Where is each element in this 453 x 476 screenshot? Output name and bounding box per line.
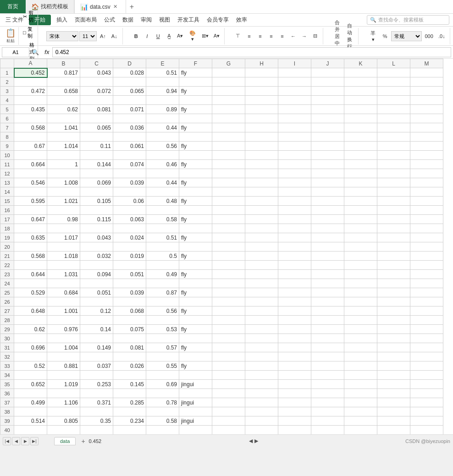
empty-cell[interactable] [377,252,410,261]
empty-cell[interactable] [410,206,443,215]
empty-cell[interactable] [377,270,410,279]
cell-d13[interactable]: 0.039 [113,178,146,187]
align-top-button[interactable]: ⊤ [233,31,243,41]
empty-cell[interactable] [344,426,377,435]
col-header-k[interactable]: K [344,59,377,68]
empty-cell[interactable] [410,297,443,306]
empty-cell[interactable] [344,123,377,132]
cell-c38[interactable] [80,407,113,416]
cell-d2[interactable] [113,77,146,87]
empty-cell[interactable] [344,96,377,105]
empty-cell[interactable] [344,160,377,169]
cell-a33[interactable]: 0.52 [14,361,47,371]
cell-f31[interactable]: fly [179,343,212,352]
cell-c5[interactable]: 0.081 [80,105,113,114]
cell-reference-input[interactable] [2,47,29,57]
sheep-button[interactable]: 羊▾ [367,31,379,41]
cell-f27[interactable]: fly [179,306,212,316]
cell-d27[interactable]: 0.068 [113,306,146,316]
cell-a39[interactable]: 0.514 [14,416,47,426]
empty-cell[interactable] [410,380,443,389]
empty-cell[interactable] [245,151,278,160]
cell-b35[interactable]: 1.019 [47,380,80,389]
sheet-first-button[interactable]: |◀ [3,437,11,445]
cell-e28[interactable] [146,316,179,325]
empty-cell[interactable] [311,197,344,206]
cell-d11[interactable]: 0.074 [113,160,146,169]
empty-cell[interactable] [344,224,377,233]
empty-cell[interactable] [377,197,410,206]
bold-button[interactable]: B [131,31,141,41]
cell-b25[interactable]: 0.684 [47,288,80,297]
cell-f1[interactable]: fly [179,68,212,77]
empty-cell[interactable] [212,160,245,169]
cell-a2[interactable] [14,77,47,87]
empty-cell[interactable] [410,96,443,105]
empty-cell[interactable] [212,306,245,316]
empty-cell[interactable] [377,306,410,316]
col-header-f[interactable]: F [179,59,212,68]
cell-c14[interactable] [80,187,113,197]
font-color-button[interactable]: A▾ [175,31,185,41]
empty-cell[interactable] [410,187,443,197]
empty-cell[interactable] [245,197,278,206]
align-fill-button[interactable]: ⊟ [310,31,320,41]
cell-b3[interactable]: 0.658 [47,87,80,96]
empty-cell[interactable] [377,352,410,361]
scroll-right-button[interactable]: ▶ [254,438,258,444]
empty-cell[interactable] [410,416,443,426]
empty-cell[interactable] [212,96,245,105]
empty-cell[interactable] [344,252,377,261]
indent-decrease-button[interactable]: ← [288,31,298,41]
empty-cell[interactable] [278,169,311,178]
menu-view[interactable]: 视图 [155,14,174,26]
empty-cell[interactable] [344,187,377,197]
cell-e18[interactable] [146,224,179,233]
cell-e37[interactable]: 0.78 [146,398,179,407]
indent-increase-button[interactable]: → [299,31,309,41]
cell-b39[interactable]: 0.805 [47,416,80,426]
empty-cell[interactable] [377,334,410,343]
cell-b34[interactable] [47,371,80,380]
cell-d7[interactable]: 0.036 [113,123,146,132]
cell-c34[interactable] [80,371,113,380]
cell-b21[interactable]: 1.018 [47,252,80,261]
cell-e38[interactable] [146,407,179,416]
cell-f8[interactable] [179,132,212,142]
cell-f19[interactable]: fly [179,233,212,242]
empty-cell[interactable] [377,288,410,297]
empty-cell[interactable] [245,123,278,132]
col-header-g[interactable]: G [212,59,245,68]
empty-cell[interactable] [410,316,443,325]
cell-c30[interactable] [80,334,113,343]
empty-cell[interactable] [344,416,377,426]
cell-f3[interactable]: fly [179,87,212,96]
cell-b29[interactable]: 0.976 [47,325,80,334]
cell-f20[interactable] [179,242,212,252]
empty-cell[interactable] [245,416,278,426]
empty-cell[interactable] [278,343,311,352]
empty-cell[interactable] [377,407,410,416]
cell-d16[interactable] [113,206,146,215]
cell-f38[interactable] [179,407,212,416]
cell-a25[interactable]: 0.529 [14,288,47,297]
empty-cell[interactable] [311,352,344,361]
empty-cell[interactable] [311,151,344,160]
empty-cell[interactable] [410,87,443,96]
cell-c11[interactable]: 0.144 [80,160,113,169]
empty-cell[interactable] [278,242,311,252]
empty-cell[interactable] [278,197,311,206]
empty-cell[interactable] [245,352,278,361]
cell-a35[interactable]: 0.652 [14,380,47,389]
empty-cell[interactable] [311,270,344,279]
empty-cell[interactable] [311,380,344,389]
empty-cell[interactable] [245,426,278,435]
empty-cell[interactable] [344,77,377,87]
empty-cell[interactable] [377,316,410,325]
empty-cell[interactable] [245,215,278,224]
cell-c27[interactable]: 0.12 [80,306,113,316]
empty-cell[interactable] [212,105,245,114]
empty-cell[interactable] [377,297,410,306]
empty-cell[interactable] [344,233,377,242]
empty-cell[interactable] [245,252,278,261]
